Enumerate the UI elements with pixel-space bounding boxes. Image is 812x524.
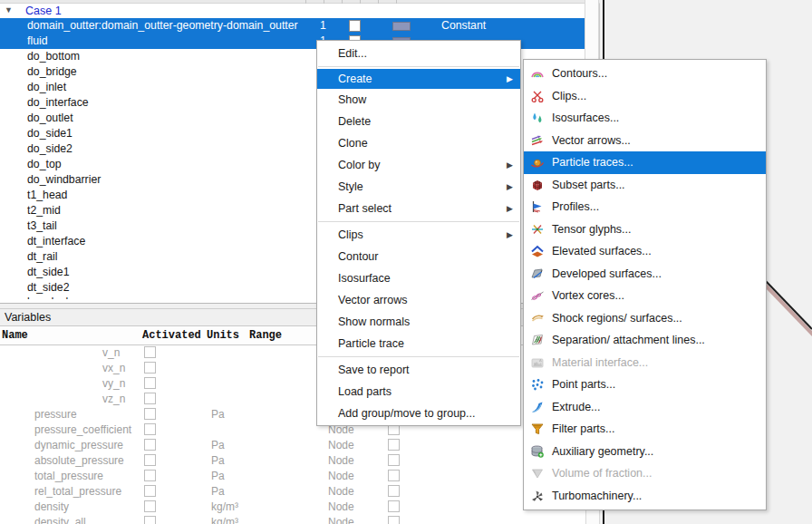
extrude-icon: [530, 400, 545, 414]
submenu-item-label: Turbomachinery...: [552, 490, 642, 502]
selected-part-row[interactable]: domain_outter:domain_outter-geometry-dom…: [0, 18, 585, 34]
elevated-surfaces-icon: [530, 244, 545, 258]
variable-units: Pa: [211, 485, 225, 498]
submenu-item-vortex-cores[interactable]: Vortex cores...: [524, 285, 766, 307]
submenu-item-auxiliary-geometry[interactable]: Auxiliary geometry...: [524, 441, 766, 463]
filter-parts-icon: [530, 422, 545, 436]
variable-row-absolute_pressure[interactable]: absolute_pressurePaNode: [0, 453, 600, 469]
variable-activated-checkbox[interactable]: [144, 423, 156, 435]
submenu-item-extrude[interactable]: Extrude...: [524, 396, 766, 419]
column-header-name[interactable]: Name: [2, 329, 28, 342]
variable-secondary-checkbox[interactable]: [388, 439, 400, 451]
variable-name: pressure: [34, 408, 77, 421]
variable-activated-checkbox[interactable]: [144, 439, 156, 451]
submenu-item-clips[interactable]: Clips...: [524, 85, 766, 108]
menu-item-add-group-move-to-group[interactable]: Add group/move to group...: [317, 403, 520, 424]
part-visibility-checkbox[interactable]: [349, 20, 361, 32]
submenu-item-label: Subset parts...: [552, 179, 625, 191]
menu-item-show-normals[interactable]: Show normals: [317, 311, 520, 333]
variable-name: vy_n: [102, 377, 125, 390]
submenu-item-label: Volume of fraction...: [552, 467, 652, 480]
variable-secondary-checkbox[interactable]: [388, 500, 400, 512]
variable-activated-checkbox[interactable]: [144, 485, 156, 497]
variable-row-dynamic_pressure[interactable]: dynamic_pressurePaNode: [0, 438, 600, 453]
variable-location: Node: [328, 454, 354, 467]
menu-item-isosurface[interactable]: Isosurface: [317, 267, 520, 289]
submenu-item-turbomachinery[interactable]: Turbomachinery...: [524, 485, 766, 508]
menu-item-clips[interactable]: Clips▶: [317, 224, 520, 246]
submenu-arrow-icon: ▶: [507, 224, 513, 246]
menu-item-load-parts[interactable]: Load parts: [317, 381, 520, 403]
submenu-item-volume-of-fraction: Volume of fraction...: [524, 462, 766, 485]
part-color-swatch[interactable]: [392, 22, 411, 31]
menu-item-clone[interactable]: Clone: [317, 132, 520, 154]
submenu-item-isosurfaces[interactable]: Isosurfaces...: [524, 107, 766, 130]
variable-activated-checkbox[interactable]: [144, 362, 156, 374]
submenu-item-elevated-surfaces[interactable]: Elevated surfaces...: [524, 240, 766, 263]
vector-arrows-icon: [530, 133, 545, 148]
variable-activated-checkbox[interactable]: [144, 470, 156, 481]
menu-item-edit[interactable]: Edit...: [317, 43, 520, 64]
variable-secondary-checkbox[interactable]: [388, 470, 400, 481]
column-header-range[interactable]: Range: [249, 329, 282, 342]
submenu-item-shock-regions-surfaces[interactable]: Shock regions/ surfaces...: [524, 307, 766, 330]
submenu-item-contours[interactable]: Contours...: [524, 63, 766, 85]
subset-parts-icon: [530, 178, 545, 192]
submenu-item-profiles[interactable]: Profiles...: [524, 196, 766, 218]
column-header-units[interactable]: Units: [207, 329, 239, 342]
menu-item-label: Isosurface: [338, 272, 391, 285]
submenu-item-label: Point parts...: [552, 378, 615, 391]
variable-activated-checkbox[interactable]: [144, 516, 156, 524]
submenu-item-filter-parts[interactable]: Filter parts...: [524, 418, 766, 441]
variable-units: Pa: [211, 439, 225, 451]
variable-row-density_all[interactable]: density_allkg/m³Node: [0, 515, 600, 524]
shock-regions-icon: [530, 311, 545, 325]
menu-item-particle-trace[interactable]: Particle trace: [317, 333, 520, 354]
variable-activated-checkbox[interactable]: [144, 500, 156, 512]
submenu-item-tensor-glyphs[interactable]: Tensor glyphs...: [524, 218, 766, 241]
variable-activated-checkbox[interactable]: [144, 377, 156, 389]
submenu-item-particle-traces[interactable]: Particle traces...: [524, 151, 766, 174]
menu-item-contour[interactable]: Contour: [317, 246, 520, 267]
collapse-triangle-icon[interactable]: ▼: [5, 5, 13, 15]
variable-row-rel_total_pressure[interactable]: rel_total_pressurePaNode: [0, 484, 600, 500]
menu-item-color-by[interactable]: Color by▶: [317, 154, 520, 176]
profiles-icon: [530, 199, 545, 214]
variable-name: v_n: [102, 346, 120, 359]
menu-item-delete[interactable]: Delete: [317, 111, 520, 132]
tree-root-case[interactable]: ▼ Case 1: [0, 4, 585, 18]
submenu-item-label: Developed surfaces...: [552, 267, 662, 280]
menu-item-part-select[interactable]: Part select▶: [317, 198, 520, 219]
variable-activated-checkbox[interactable]: [144, 408, 156, 420]
variable-row-density[interactable]: densitykg/m³Node: [0, 500, 600, 515]
submenu-item-separation-attachment-lines[interactable]: Separation/ attachment lines...: [524, 329, 766, 352]
variable-name: pressure_coefficient: [34, 423, 131, 436]
menu-item-label: Particle trace: [338, 337, 404, 350]
submenu-item-vector-arrows[interactable]: Vector arrows...: [524, 130, 766, 152]
material-interface-icon: AB: [530, 355, 545, 370]
menu-item-label: Clips: [338, 228, 363, 241]
variable-activated-checkbox[interactable]: [144, 393, 156, 404]
submenu-item-label: Filter parts...: [552, 422, 614, 435]
variable-secondary-checkbox[interactable]: [388, 516, 400, 524]
menu-item-show[interactable]: Show: [317, 89, 520, 111]
column-header-activated[interactable]: Activated: [142, 329, 201, 342]
separation-lines-icon: [530, 333, 545, 347]
variable-activated-checkbox[interactable]: [144, 454, 156, 466]
variable-secondary-checkbox[interactable]: [388, 485, 400, 497]
variable-name: total_pressure: [34, 470, 103, 482]
menu-item-style[interactable]: Style▶: [317, 176, 520, 198]
variable-secondary-checkbox[interactable]: [388, 454, 400, 466]
variable-units: Pa: [211, 454, 225, 467]
variable-row-total_pressure[interactable]: total_pressurePaNode: [0, 469, 600, 484]
case-label: Case 1: [25, 5, 62, 17]
submenu-item-point-parts[interactable]: Point parts...: [524, 374, 766, 396]
submenu-item-subset-parts[interactable]: Subset parts...: [524, 174, 766, 197]
part-name: fluid: [27, 34, 48, 47]
menu-item-vector-arrows[interactable]: Vector arrows: [317, 289, 520, 311]
menu-item-create[interactable]: Create▶: [317, 69, 520, 89]
submenu-item-developed-surfaces[interactable]: Developed surfaces...: [524, 263, 766, 286]
menu-item-save-to-report[interactable]: Save to report: [317, 359, 520, 381]
menu-item-label: Save to report: [338, 364, 410, 376]
variable-activated-checkbox[interactable]: [144, 346, 156, 358]
